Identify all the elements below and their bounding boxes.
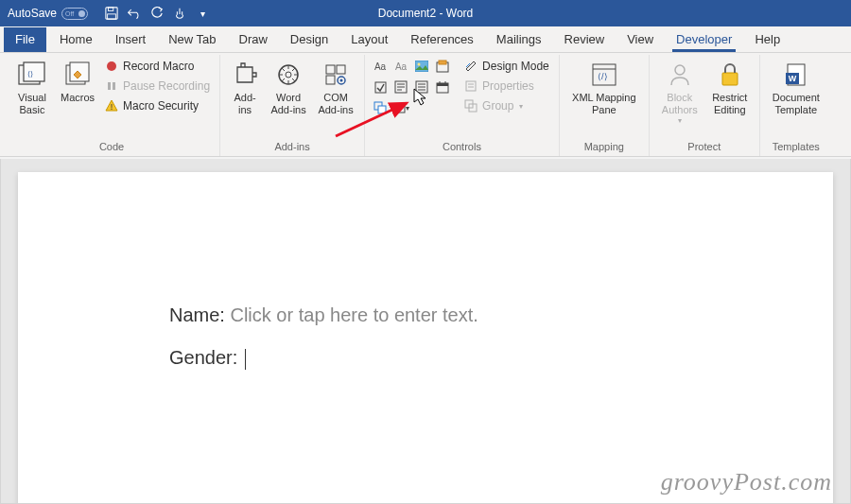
tab-developer[interactable]: Developer [665, 27, 743, 52]
svg-rect-10 [113, 82, 115, 90]
date-picker-control-icon[interactable] [433, 78, 452, 96]
macros-button[interactable]: Macros [57, 57, 98, 116]
svg-rect-16 [326, 76, 335, 84]
tab-view[interactable]: View [616, 27, 665, 52]
dropdown-list-control-icon[interactable] [412, 78, 431, 96]
document-template-button[interactable]: W Document Template [766, 57, 826, 116]
ribbon-tabs: File Home Insert New Tab Draw Design Lay… [0, 26, 851, 53]
tab-references[interactable]: References [399, 27, 484, 52]
tab-draw[interactable]: Draw [228, 27, 279, 52]
svg-text:!: ! [111, 102, 113, 112]
building-block-control-icon[interactable] [433, 57, 452, 76]
tab-help[interactable]: Help [743, 27, 791, 52]
svg-rect-33 [437, 83, 448, 86]
svg-rect-37 [378, 106, 386, 113]
name-field-line: Name: Click or tap here to enter text. [169, 304, 833, 326]
svg-rect-19 [415, 61, 428, 72]
tab-file[interactable]: File [4, 27, 46, 52]
gender-label: Gender: [169, 347, 237, 368]
document-template-icon: W [780, 60, 812, 90]
addins-button[interactable]: Add- ins [226, 57, 264, 116]
svg-rect-9 [108, 82, 111, 90]
watermark: groovyPost.com [661, 468, 832, 496]
block-authors-button: Block Authors▾ [655, 57, 704, 126]
group-code-label: Code [9, 138, 214, 156]
picture-control-icon[interactable] [412, 57, 431, 76]
tab-design[interactable]: Design [279, 27, 339, 52]
name-content-control[interactable]: Click or tap here to enter text. [230, 304, 478, 325]
tab-home[interactable]: Home [48, 27, 104, 52]
group-code: ⟨⟩ Visual Basic Macros Record Macro Paus… [4, 55, 220, 156]
group-templates-label: Templates [766, 138, 826, 156]
touch-mode-icon[interactable] [169, 3, 190, 24]
svg-rect-14 [326, 65, 335, 74]
svg-rect-2 [108, 14, 116, 19]
visual-basic-icon: ⟨⟩ [16, 60, 48, 90]
tab-newtab[interactable]: New Tab [157, 27, 227, 52]
plain-text-control-icon[interactable]: Aa [391, 57, 410, 76]
group-protect-label: Protect [655, 138, 754, 156]
tab-insert[interactable]: Insert [104, 27, 158, 52]
svg-rect-38 [393, 104, 405, 113]
group-addins: Add- ins Word Add-ins COM Add-ins Add-in… [220, 55, 365, 156]
svg-text:⟨⟩: ⟨⟩ [27, 70, 33, 78]
word-addins-icon [272, 60, 304, 90]
gender-field-line: Gender: [169, 347, 833, 370]
name-label: Name: [169, 304, 225, 325]
visual-basic-button[interactable]: ⟨⟩ Visual Basic [9, 57, 55, 116]
svg-point-18 [340, 79, 343, 82]
document-page[interactable]: Name: Click or tap here to enter text. G… [18, 172, 833, 504]
svg-point-40 [401, 107, 403, 109]
macros-icon [61, 60, 94, 90]
word-addins-button[interactable]: Word Add-ins [266, 57, 311, 116]
restrict-editing-button[interactable]: Restrict Editing [706, 57, 754, 126]
save-icon[interactable] [101, 3, 122, 24]
ribbon: ⟨⟩ Visual Basic Macros Record Macro Paus… [0, 53, 851, 157]
group-controls: Aa Aa ▾ Design Mode Properties Group▾ [365, 55, 560, 156]
svg-point-13 [286, 72, 291, 78]
group-protect: Block Authors▾ Restrict Editing Protect [650, 55, 760, 156]
svg-point-49 [675, 65, 685, 75]
autosave-toggle[interactable]: Off [61, 8, 88, 20]
group-addins-label: Add-ins [226, 138, 358, 156]
tab-mailings[interactable]: Mailings [485, 27, 553, 52]
svg-point-8 [107, 61, 116, 71]
group-icon [463, 98, 478, 113]
record-macro-button[interactable]: Record Macro [100, 57, 214, 76]
svg-rect-7 [70, 62, 89, 81]
tab-layout[interactable]: Layout [339, 27, 399, 52]
properties-icon [463, 78, 478, 94]
design-mode-button[interactable]: Design Mode [460, 57, 553, 76]
autosave-label: AutoSave [8, 7, 57, 20]
document-title: Document2 - Word [378, 7, 473, 20]
com-addins-button[interactable]: COM Add-ins [313, 57, 358, 116]
legacy-tools-icon[interactable]: ▾ [391, 98, 410, 117]
text-cursor [245, 349, 246, 370]
xml-mapping-button[interactable]: ⟨/⟩ XML Mapping Pane [565, 57, 643, 116]
svg-rect-15 [337, 65, 345, 74]
properties-button: Properties [460, 77, 553, 96]
group-templates: W Document Template Templates [760, 55, 832, 156]
combobox-control-icon[interactable] [391, 78, 410, 96]
customize-qat-icon[interactable]: ▾ [192, 3, 213, 24]
document-stage: Name: Click or tap here to enter text. G… [0, 159, 851, 504]
design-mode-icon [463, 59, 478, 74]
repeating-section-control-icon[interactable] [371, 98, 390, 117]
svg-point-20 [418, 63, 421, 66]
tab-review[interactable]: Review [553, 27, 617, 52]
checkbox-control-icon[interactable] [371, 78, 390, 96]
group-mapping: ⟨/⟩ XML Mapping Pane Mapping [560, 55, 650, 156]
svg-text:W: W [789, 74, 797, 83]
redo-icon[interactable] [147, 3, 167, 24]
xml-mapping-icon: ⟨/⟩ [588, 60, 620, 90]
macro-security-button[interactable]: !Macro Security [100, 96, 214, 115]
group-mapping-label: Mapping [565, 138, 643, 156]
undo-icon[interactable] [124, 3, 145, 24]
warning-icon: ! [104, 98, 119, 113]
addins-icon [229, 60, 261, 90]
record-icon [104, 59, 119, 74]
svg-rect-41 [466, 81, 476, 91]
rich-text-control-icon[interactable]: Aa [371, 57, 390, 76]
com-addins-icon [320, 60, 352, 90]
pause-recording-button: Pause Recording [100, 77, 214, 96]
